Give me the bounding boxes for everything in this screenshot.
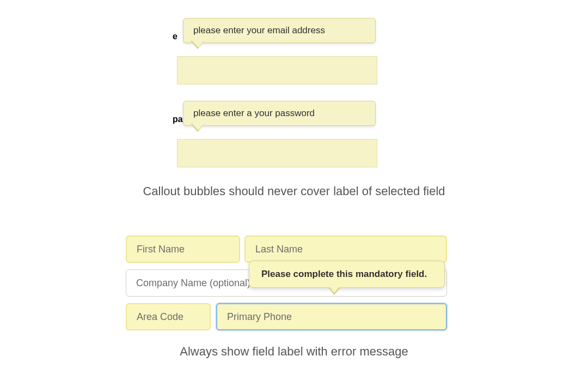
area-code-field[interactable]: Area Code	[126, 303, 211, 330]
callout-tail	[191, 40, 205, 47]
mandatory-field-error-bubble: Please complete this mandatory field.	[249, 261, 445, 288]
first-name-field[interactable]: First Name	[126, 236, 240, 263]
last-name-field[interactable]: Last Name	[244, 236, 447, 263]
primary-phone-placeholder: Primary Phone	[227, 311, 292, 323]
email-error-callout: please enter your email address	[183, 18, 376, 43]
password-error-callout: please enter a your password	[183, 101, 376, 126]
bubble-tail	[329, 286, 340, 293]
password-input[interactable]	[177, 139, 377, 167]
primary-phone-field[interactable]: Primary Phone	[216, 303, 447, 330]
email-label: e	[173, 32, 177, 41]
email-input[interactable]	[177, 56, 377, 85]
callout-tail-2	[191, 123, 205, 130]
area-code-placeholder: Area Code	[137, 311, 183, 323]
company-name-placeholder: Company Name (optional)	[136, 277, 250, 289]
first-name-placeholder: First Name	[137, 244, 185, 255]
password-label: pa	[173, 114, 183, 124]
caption-label-rule: Always show field label with error messa…	[0, 345, 588, 359]
caption-callout-rule: Callout bubbles should never cover label…	[0, 184, 588, 198]
last-name-placeholder: Last Name	[255, 244, 303, 255]
